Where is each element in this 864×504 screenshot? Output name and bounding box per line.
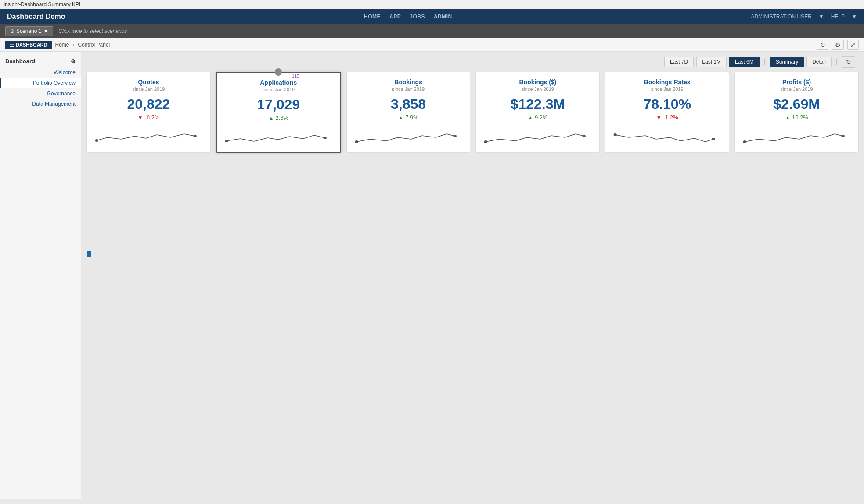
title-bar: Insight-Dashboard Summary KPI bbox=[0, 0, 864, 9]
svg-point-2 bbox=[225, 140, 228, 142]
kpi-change-text-quotes: -0.2% bbox=[144, 114, 159, 121]
kpi-value-bookings-dollars: $122.3M bbox=[483, 96, 592, 112]
kpi-since-quotes: since Jan 2019 bbox=[94, 86, 203, 92]
kpi-since-bookings: since Jan 2019 bbox=[354, 86, 463, 92]
breadcrumb-left: ☰ DASHBOARD Home › Control Panel bbox=[5, 41, 110, 49]
time-6m-button[interactable]: Last 6M bbox=[729, 57, 760, 67]
kpi-title-quotes: Quotes bbox=[94, 79, 203, 86]
svg-point-3 bbox=[323, 137, 326, 139]
up-arrow-profits: ▲ bbox=[785, 115, 790, 121]
sparkline-bookings-rates bbox=[612, 125, 722, 147]
kpi-title-bookings-rates: Bookings Rates bbox=[612, 79, 722, 86]
hamburger-icon: ☰ bbox=[10, 42, 14, 48]
kpi-change-text-profits: 10.2% bbox=[792, 114, 808, 121]
settings-icon[interactable]: ⚙ bbox=[832, 40, 844, 50]
breadcrumb-home[interactable]: Home bbox=[55, 42, 69, 48]
nav-jobs[interactable]: JOBS bbox=[410, 14, 425, 20]
scenario-dropdown-icon: ▼ bbox=[43, 28, 48, 34]
drag-handle-applications[interactable] bbox=[275, 68, 282, 76]
kpi-change-text-bookings-dollars: 9.2% bbox=[535, 114, 548, 121]
scenario-bar: ⊙ Scenario 1 ▼ Click here to select scen… bbox=[0, 24, 864, 38]
main-layout: Dashboard ⊕ Welcome Portfolio Overview G… bbox=[0, 52, 864, 499]
kpi-since-applications: since Jan 2019 bbox=[224, 87, 333, 92]
scenario-label: Scenario 1 bbox=[16, 28, 41, 34]
scenario-icon: ⊙ bbox=[10, 28, 14, 34]
view-divider: | bbox=[764, 58, 766, 66]
scenario-hint: Click here to select scenarios bbox=[58, 28, 127, 34]
kpi-change-text-bookings: 7.9% bbox=[405, 114, 418, 121]
sparkline-profits bbox=[742, 125, 851, 147]
kpi-title-applications: Applications bbox=[224, 79, 333, 86]
kpi-title-bookings-dollars: Bookings ($) bbox=[483, 79, 592, 86]
kpi-value-quotes: 20,822 bbox=[94, 96, 203, 112]
kpi-change-applications: ▲ 2.6% bbox=[224, 115, 333, 121]
refresh-small-icon[interactable]: ↻ bbox=[817, 40, 828, 50]
drag-indicator-label: 115 bbox=[292, 74, 299, 79]
kpi-title-profits: Profits ($) bbox=[742, 79, 851, 86]
top-nav: Dashboard Demo HOME APP JOBS ADMIN ADMIN… bbox=[0, 9, 864, 24]
kpi-value-profits: $2.69M bbox=[742, 96, 851, 112]
sidebar-add-icon[interactable]: ⊕ bbox=[71, 58, 76, 65]
sidebar-item-data-management[interactable]: Data Management bbox=[0, 99, 81, 109]
kpi-value-bookings: 3,858 bbox=[354, 96, 463, 112]
dashboard-tab[interactable]: ☰ DASHBOARD bbox=[5, 41, 52, 49]
sidebar-item-portfolio-overview[interactable]: Portfolio Overview bbox=[0, 78, 81, 88]
nav-home[interactable]: HOME bbox=[364, 14, 381, 20]
view-detail-button[interactable]: Detail bbox=[806, 57, 832, 67]
breadcrumb-right: ↻ ⚙ ⤢ bbox=[817, 40, 859, 50]
sidebar-nav: Welcome Portfolio Overview Governance Da… bbox=[0, 67, 81, 109]
breadcrumb-sep: › bbox=[73, 42, 75, 48]
time-7d-button[interactable]: Last 7D bbox=[664, 57, 694, 67]
svg-point-4 bbox=[355, 140, 358, 143]
sidebar-title: Dashboard bbox=[5, 58, 35, 65]
kpi-title-bookings: Bookings bbox=[354, 79, 463, 86]
expand-icon[interactable]: ⤢ bbox=[847, 40, 859, 50]
svg-point-8 bbox=[614, 133, 617, 136]
down-arrow-quotes: ▼ bbox=[137, 115, 143, 121]
svg-point-9 bbox=[712, 138, 715, 140]
view-divider2: | bbox=[836, 58, 838, 66]
help-link[interactable]: HELP bbox=[831, 14, 845, 20]
kpi-change-profits: ▲ 10.2% bbox=[742, 114, 851, 121]
up-arrow-applications: ▲ bbox=[268, 115, 274, 121]
sidebar-item-welcome[interactable]: Welcome bbox=[0, 67, 81, 78]
dashed-separator bbox=[81, 255, 864, 255]
kpi-card-applications: Applications since Jan 2019 17,029 ▲ 2.6… bbox=[216, 72, 341, 153]
sparkline-applications bbox=[224, 126, 333, 148]
svg-point-6 bbox=[484, 140, 487, 143]
svg-point-11 bbox=[842, 135, 845, 137]
admin-user: ADMINISTRATION USER bbox=[751, 14, 811, 20]
separator-marker bbox=[87, 251, 91, 257]
time-1m-button[interactable]: Last 1M bbox=[696, 57, 727, 67]
sidebar-item-governance[interactable]: Governance bbox=[0, 88, 81, 99]
kpi-change-text-applications: 2.6% bbox=[275, 115, 288, 121]
kpi-card-bookings-dollars: Bookings ($) since Jan 2019 $122.3M ▲ 9.… bbox=[475, 72, 600, 153]
nav-admin[interactable]: ADMIN bbox=[434, 14, 452, 20]
kpi-change-text-bookings-rates: -1.2% bbox=[663, 114, 678, 121]
kpi-since-bookings-rates: since Jan 2019 bbox=[612, 86, 722, 92]
scenario-button[interactable]: ⊙ Scenario 1 ▼ bbox=[5, 26, 53, 36]
breadcrumb-bar: ☰ DASHBOARD Home › Control Panel ↻ ⚙ ⤢ bbox=[0, 38, 864, 52]
refresh-button[interactable]: ↻ bbox=[842, 56, 855, 68]
svg-point-1 bbox=[193, 135, 196, 137]
view-summary-button[interactable]: Summary bbox=[770, 57, 804, 67]
kpi-card-bookings: Bookings since Jan 2019 3,858 ▲ 7.9% bbox=[346, 72, 471, 153]
breadcrumb-panel[interactable]: Control Panel bbox=[78, 42, 110, 48]
kpi-grid: Quotes since Jan 2019 20,822 ▼ -0.2% bbox=[81, 72, 864, 158]
dashboard-label: DASHBOARD bbox=[16, 42, 47, 47]
view-bar: Last 7D Last 1M Last 6M | Summary Detail… bbox=[81, 52, 864, 72]
sparkline-quotes bbox=[94, 125, 203, 147]
sparkline-bookings bbox=[354, 125, 463, 147]
help-chevron: ▼ bbox=[852, 14, 857, 20]
nav-links: HOME APP JOBS ADMIN bbox=[364, 14, 452, 20]
nav-chevron: ▼ bbox=[819, 14, 824, 20]
brand: Dashboard Demo bbox=[7, 13, 65, 21]
sidebar: Dashboard ⊕ Welcome Portfolio Overview G… bbox=[0, 52, 81, 499]
svg-point-5 bbox=[453, 135, 456, 137]
kpi-value-applications: 17,029 bbox=[224, 97, 333, 113]
nav-app[interactable]: APP bbox=[389, 14, 401, 20]
svg-point-0 bbox=[95, 139, 98, 142]
kpi-since-bookings-dollars: since Jan 2019 bbox=[483, 86, 592, 92]
kpi-change-quotes: ▼ -0.2% bbox=[94, 114, 203, 121]
down-arrow-bookings-rates: ▼ bbox=[656, 115, 662, 121]
